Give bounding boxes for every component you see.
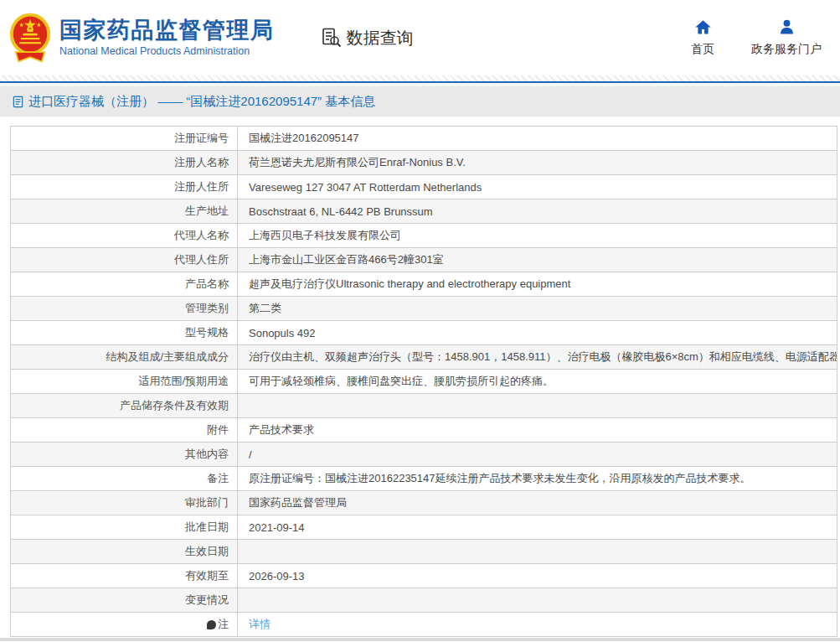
row-label: 结构及组成/主要组成成分 xyxy=(11,345,238,369)
nav-home-label: 首页 xyxy=(691,42,714,57)
row-label: 生产地址 xyxy=(11,199,238,223)
site-logo[interactable]: 国家药品监督管理局 National Medical Products Admi… xyxy=(8,12,275,64)
table-row: 管理类别第二类 xyxy=(11,297,837,321)
top-nav: 首页 政务服务门户 xyxy=(691,18,840,57)
table-row: 其他内容/ xyxy=(11,443,837,467)
user-icon xyxy=(778,18,796,36)
table-row: 审批部门国家药品监督管理局 xyxy=(11,491,837,515)
nav-gov-portal-label: 政务服务门户 xyxy=(751,42,822,57)
row-value: Vareseweg 127 3047 AT Rotterdam Netherla… xyxy=(238,175,488,199)
breadcrumb-bar: 进口医疗器械（注册） —— “国械注进20162095147” 基本信息 xyxy=(0,86,840,116)
row-label: 代理人住所 xyxy=(11,248,238,272)
row-value: 可用于减轻颈椎病、腰椎间盘突出症、腰肌劳损所引起的疼痛。 xyxy=(238,370,560,393)
table-row: 附件产品技术要求 xyxy=(11,418,837,443)
detail-link[interactable]: 详情 xyxy=(249,617,271,632)
row-label: 备注 xyxy=(11,467,238,490)
table-row: 产品储存条件及有效期 xyxy=(11,394,837,418)
row-value xyxy=(238,588,255,612)
row-value: 上海市金山工业区金百路466号2幢301室 xyxy=(238,248,451,272)
table-row: 型号规格Sonopuls 492 xyxy=(11,321,837,345)
row-label: 变更情况 xyxy=(11,588,238,612)
document-icon xyxy=(12,96,24,108)
data-query-tab[interactable]: 数据查询 xyxy=(321,27,414,49)
site-header: 国家药品监督管理局 National Medical Products Admi… xyxy=(0,0,840,75)
row-label: 产品名称 xyxy=(11,272,238,296)
footer-strip xyxy=(0,638,840,641)
org-name-zh: 国家药品监督管理局 xyxy=(59,18,275,44)
table-row: 适用范围/预期用途可用于减轻颈椎病、腰椎间盘突出症、腰肌劳损所引起的疼痛。 xyxy=(11,370,837,394)
table-row: 注册人住所Vareseweg 127 3047 AT Rotterdam Net… xyxy=(11,175,837,199)
table-row: 生效日期 xyxy=(11,540,837,564)
home-icon xyxy=(694,18,712,36)
row-value xyxy=(238,540,255,563)
row-label: 批准日期 xyxy=(11,515,238,539)
row-value xyxy=(238,394,255,417)
row-value: / xyxy=(238,443,259,466)
nav-home[interactable]: 首页 xyxy=(691,18,714,57)
row-value: 国械注进20162095147 xyxy=(238,127,366,150)
row-label: 管理类别 xyxy=(11,297,238,320)
row-value: Sonopuls 492 xyxy=(238,321,322,344)
note-icon xyxy=(207,620,216,629)
row-label: 注册人名称 xyxy=(11,151,238,174)
breadcrumb-text: 进口医疗器械（注册） —— “国械注进20162095147” 基本信息 xyxy=(28,94,375,110)
row-value: 国家药品监督管理局 xyxy=(238,491,353,515)
row-label: 注册证编号 xyxy=(11,127,238,150)
table-row: 备注原注册证编号：国械注进20162235147延续注册产品技术要求未发生变化，… xyxy=(11,467,837,491)
table-row: 注册证编号国械注进20162095147 xyxy=(11,127,837,151)
row-label: 附件 xyxy=(11,418,238,442)
info-table: 注册证编号国械注进20162095147注册人名称荷兰恩诺夫尤尼斯有限公司Enr… xyxy=(10,126,837,637)
org-name-en: National Medical Products Administration xyxy=(59,45,275,57)
row-value: 2026-09-13 xyxy=(238,564,312,588)
national-emblem-icon xyxy=(8,12,52,64)
row-value: 原注册证编号：国械注进20162235147延续注册产品技术要求未发生变化，沿用… xyxy=(238,467,758,490)
table-row: 有效期至2026-09-13 xyxy=(11,564,837,588)
row-label: 注 xyxy=(11,613,238,636)
row-label: 注册人住所 xyxy=(11,175,238,199)
breadcrumb: 进口医疗器械（注册） —— “国械注进20162095147” 基本信息 xyxy=(12,94,375,110)
row-value: 超声及电疗治疗仪Ultrasonic therapy and electroth… xyxy=(238,272,577,296)
row-value: 上海西贝电子科技发展有限公司 xyxy=(238,224,408,247)
row-label: 产品储存条件及有效期 xyxy=(11,394,238,417)
table-row: 产品名称超声及电疗治疗仪Ultrasonic therapy and elect… xyxy=(11,272,837,297)
document-search-icon xyxy=(321,27,343,49)
white-gap xyxy=(0,116,840,126)
row-value: 2021-09-14 xyxy=(238,515,312,539)
table-row: 注册人名称荷兰恩诺夫尤尼斯有限公司Enraf-Nonius B.V. xyxy=(11,151,837,175)
row-value: 荷兰恩诺夫尤尼斯有限公司Enraf-Nonius B.V. xyxy=(238,151,472,174)
row-label: 代理人名称 xyxy=(11,224,238,247)
row-label: 生效日期 xyxy=(11,540,238,563)
hatch-divider xyxy=(0,75,840,81)
row-label: 适用范围/预期用途 xyxy=(11,370,238,393)
table-row: 结构及组成/主要组成成分治疗仪由主机、双频超声治疗头（型号：1458.901，1… xyxy=(11,345,837,370)
row-label: 有效期至 xyxy=(11,564,238,588)
table-row: 变更情况 xyxy=(11,588,837,613)
table-row: 生产地址Boschstraat 6, NL-6442 PB Brunssum xyxy=(11,199,837,224)
nav-gov-portal[interactable]: 政务服务门户 xyxy=(751,18,822,57)
row-value: 详情 xyxy=(238,613,277,636)
site-titles: 国家药品监督管理局 National Medical Products Admi… xyxy=(59,18,275,58)
row-value: 治疗仪由主机、双频超声治疗头（型号：1458.901，1458.911）、治疗电… xyxy=(238,345,837,369)
row-label: 其他内容 xyxy=(11,443,238,466)
table-row: 注详情 xyxy=(11,613,837,637)
row-value: 第二类 xyxy=(238,297,288,320)
row-label: 审批部门 xyxy=(11,491,238,515)
data-query-label: 数据查询 xyxy=(347,27,414,49)
table-row: 代理人名称上海西贝电子科技发展有限公司 xyxy=(11,224,837,248)
row-label: 型号规格 xyxy=(11,321,238,344)
row-value: 产品技术要求 xyxy=(238,418,321,442)
table-row: 批准日期2021-09-14 xyxy=(11,515,837,540)
row-value: Boschstraat 6, NL-6442 PB Brunssum xyxy=(238,199,440,223)
table-row: 代理人住所上海市金山工业区金百路466号2幢301室 xyxy=(11,248,837,272)
